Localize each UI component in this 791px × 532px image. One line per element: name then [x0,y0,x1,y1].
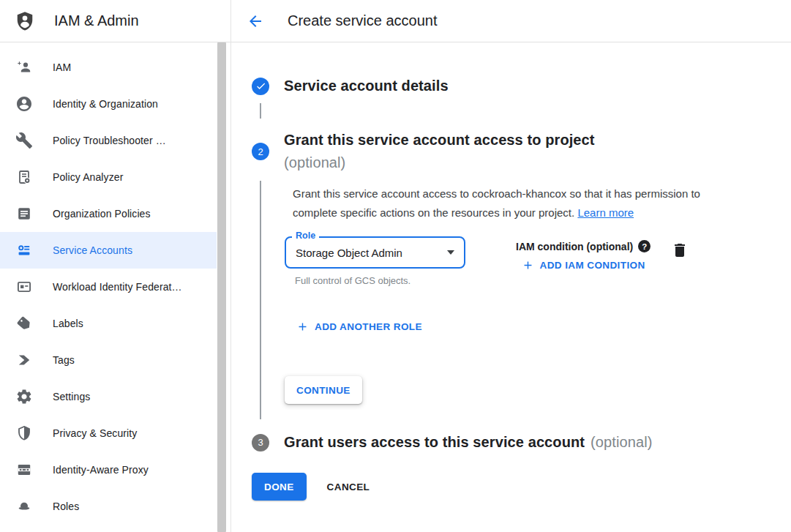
sidebar-item-label: Privacy & Security [53,427,137,439]
header-divider [0,42,791,42]
sidebar-item-policy-analyzer[interactable]: Policy Analyzer [0,159,217,195]
add-iam-condition-button[interactable]: ADD IAM CONDITION [522,259,645,271]
service-accounts-icon [15,241,33,259]
step-2-header: 2 Grant this service account access to p… [252,129,791,174]
sidebar-item-privacy-security[interactable]: Privacy & Security [0,415,217,452]
role-row: Role Storage Object Admin Full control o… [285,236,791,286]
iam-condition-label-row: IAM condition (optional) ? [516,240,651,252]
add-another-role-label: ADD ANOTHER ROLE [315,321,422,332]
policy-analyzer-icon [15,168,33,186]
step-3-header: 3 Grant users access to this service acc… [252,431,791,454]
plus-icon [522,259,534,271]
step-2-number-badge: 2 [252,143,269,160]
help-icon[interactable]: ? [638,240,651,252]
step-2-description-text: Grant this service account access to coc… [293,187,700,219]
add-another-role-button[interactable]: ADD ANOTHER ROLE [296,321,422,333]
sidebar-item-identity-aware-proxy[interactable]: Identity-Aware Proxy [0,452,217,488]
step-1-title: Service account details [284,75,449,97]
sidebar-nav: IAM Identity & Organization Policy Troub… [0,49,217,525]
sidebar-item-label: Identity & Organization [53,98,158,110]
cancel-button[interactable]: CANCEL [327,482,370,492]
sidebar-item-label: Tags [53,354,75,366]
sidebar-item-settings[interactable]: Settings [0,378,217,415]
sidebar-main-divider [230,0,231,532]
sidebar-header: IAM & Admin [0,0,217,42]
sidebar-item-label: IAM [53,61,71,73]
org-policies-icon [15,205,33,222]
step-1-complete-check-icon [252,78,269,95]
iam-condition-column: IAM condition (optional) ? ADD IAM CONDI… [516,236,651,271]
step-2-title: Grant this service account access to pro… [284,129,595,151]
scrollbar-thumb[interactable] [217,42,226,532]
step-1-header: Service account details [252,75,791,97]
sidebar-item-label: Policy Analyzer [53,171,123,183]
sidebar-scrollbar[interactable] [217,42,228,532]
step-3-title-text: Grant users access to this service accou… [284,434,585,450]
done-button[interactable]: DONE [252,473,307,501]
sidebar-item-label: Organization Policies [53,208,151,220]
sidebar-item-policy-troubleshooter[interactable]: Policy Troubleshooter … [0,122,217,159]
step-2-content: Grant this service account access to coc… [260,181,791,419]
continue-button[interactable]: CONTINUE [285,376,362,404]
role-select[interactable]: Storage Object Admin [285,236,465,269]
role-selected-value: Storage Object Admin [296,247,447,259]
learn-more-link[interactable]: Learn more [577,206,634,219]
app-title: IAM & Admin [54,12,139,29]
page-title: Create service account [288,12,438,29]
workload-identity-icon [15,278,33,296]
sidebar-item-roles[interactable]: Roles [0,488,217,525]
form-actions: DONE CANCEL [252,473,791,501]
role-field-label: Role [292,231,319,241]
sidebar-item-organization-policies[interactable]: Organization Policies [0,195,217,232]
account-circle-icon [15,95,33,113]
iam-admin-shield-icon [14,10,36,33]
sidebar-item-iam[interactable]: IAM [0,49,217,86]
step-2-description: Grant this service account access to coc… [293,184,717,222]
iap-icon [15,461,33,479]
step-2-optional-label: (optional) [284,151,595,174]
sidebar-item-label: Workload Identity Federat… [53,281,182,293]
step-3-title: Grant users access to this service accou… [284,431,652,454]
chevron-down-icon [447,250,454,255]
sidebar-item-service-accounts[interactable]: Service Accounts [0,232,217,269]
step-2-title-block: Grant this service account access to pro… [284,129,595,174]
main-header: Create service account [231,0,791,42]
sidebar-item-label: Settings [53,391,90,402]
back-arrow-icon[interactable] [247,12,264,30]
step-connector [260,103,261,119]
gear-icon [15,388,33,405]
sidebar-item-labels[interactable]: Labels [0,305,217,342]
sidebar-item-workload-identity-federation[interactable]: Workload Identity Federat… [0,269,217,305]
iam-condition-label: IAM condition (optional) [516,241,633,252]
add-iam-condition-label: ADD IAM CONDITION [540,260,645,271]
step-3-optional-label: (optional) [591,434,652,450]
step-3-number-badge: 3 [252,434,269,452]
create-service-account-form: Service account details 2 Grant this ser… [231,42,791,501]
sidebar-item-identity-organization[interactable]: Identity & Organization [0,86,217,122]
sidebar-item-label: Identity-Aware Proxy [53,464,149,476]
wrench-icon [15,132,33,149]
shield-half-icon [15,424,33,442]
sidebar-item-label: Policy Troubleshooter … [53,135,166,146]
person-add-icon [15,59,33,76]
main-panel: Create service account Service account d… [231,0,791,532]
sidebar-item-label: Service Accounts [53,244,132,256]
roles-hat-icon [15,498,33,515]
sidebar: IAM & Admin IAM Identity & Organization … [0,0,217,532]
role-field: Role Storage Object Admin Full control o… [285,236,465,286]
label-icon [15,315,33,332]
plus-icon [296,321,309,333]
delete-role-button[interactable] [671,241,689,259]
tag-icon [15,351,33,369]
role-helper-text: Full control of GCS objects. [295,275,465,286]
sidebar-item-tags[interactable]: Tags [0,342,217,378]
sidebar-item-label: Roles [53,501,79,512]
sidebar-item-label: Labels [53,318,83,329]
